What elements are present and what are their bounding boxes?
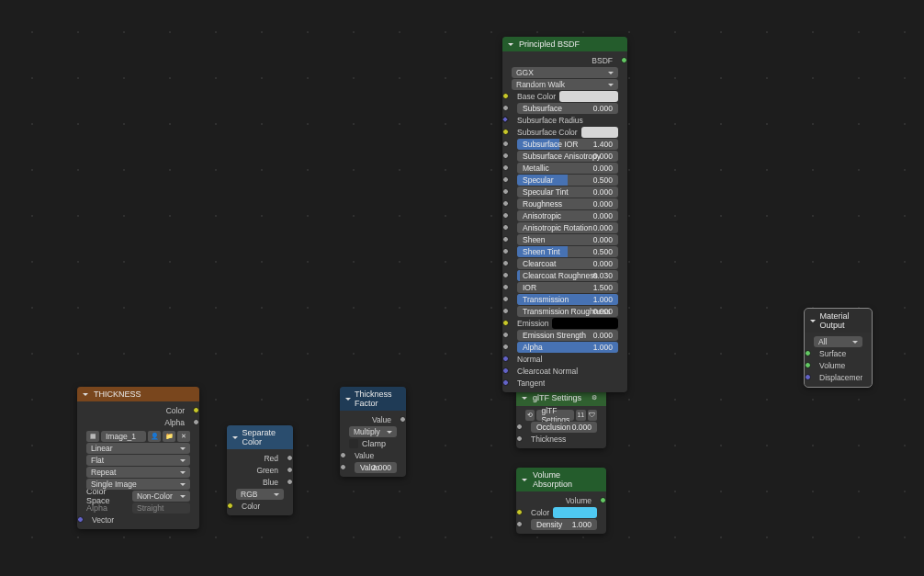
color-swatch[interactable]: [553, 507, 597, 518]
socket-in-density[interactable]: [516, 521, 523, 527]
socket-out-alpha[interactable]: [193, 419, 199, 425]
distribution-select[interactable]: GGX: [512, 67, 618, 78]
node-header[interactable]: Volume Absorption: [516, 468, 606, 491]
socket-in[interactable]: [502, 272, 509, 278]
collapse-chevron-icon[interactable]: [508, 40, 515, 48]
image-name-field[interactable]: Image_1: [101, 431, 146, 442]
value-slider[interactable]: Transmission1.000: [517, 294, 618, 305]
socket-in[interactable]: [502, 188, 509, 195]
interpolation-select[interactable]: Linear: [86, 443, 190, 454]
socket-in[interactable]: [502, 200, 509, 207]
value-slider[interactable]: Sheen Tint0.500: [517, 246, 618, 257]
socket-in[interactable]: [501, 116, 509, 123]
color-swatch[interactable]: [581, 127, 618, 138]
socket-in-displacement[interactable]: [805, 374, 811, 380]
node-material-output[interactable]: Material Output All Surface Volume Displ…: [805, 309, 872, 387]
socket-in-value-a[interactable]: [340, 452, 346, 458]
image-browse-icon[interactable]: ▦: [86, 431, 99, 442]
extension-select[interactable]: Repeat: [86, 467, 190, 478]
socket-in-normal[interactable]: [502, 356, 509, 362]
socket-in-cc-normal[interactable]: [502, 367, 509, 374]
emission-strength-slider[interactable]: Emission Strength 0.000: [517, 330, 618, 341]
collapse-chevron-icon[interactable]: [232, 434, 239, 441]
value-b-slider[interactable]: Value 2.000: [355, 462, 397, 473]
socket-in[interactable]: [502, 164, 509, 171]
socket-row-metallic[interactable]: Metallic0.000: [506, 162, 624, 174]
socket-row-anisotropic[interactable]: Anisotropic0.000: [506, 209, 624, 221]
operation-select[interactable]: Multiply: [349, 426, 397, 437]
socket-row-clearcoat[interactable]: Clearcoat0.000: [506, 257, 624, 269]
socket-in-emission-strength[interactable]: [502, 332, 509, 338]
socket-row-clearcoat-roughness[interactable]: Clearcoat Roughness0.030: [506, 269, 624, 281]
socket-in[interactable]: [502, 152, 509, 159]
node-gltf-settings[interactable]: glTF Settings ⚙ ⟲ glTF Settings 11 🛡 Occ…: [516, 390, 606, 448]
socket-in-color[interactable]: [516, 509, 523, 515]
socket-in[interactable]: [502, 296, 509, 302]
node-separate-color[interactable]: Separate Color Red Green Blue RGB Color: [227, 425, 293, 515]
node-principled-bsdf[interactable]: Principled BSDF BSDF GGX Random Walk Bas…: [502, 37, 627, 392]
user-count[interactable]: 11: [576, 410, 585, 421]
socket-out-color[interactable]: [193, 407, 199, 413]
socket-in-surface[interactable]: [805, 350, 811, 356]
node-header[interactable]: THICKNESS: [77, 387, 199, 401]
node-header[interactable]: Thickness Factor: [340, 387, 406, 411]
socket-in-basecolor[interactable]: [502, 93, 509, 99]
socket-row-roughness[interactable]: Roughness0.000: [506, 198, 624, 209]
value-slider[interactable]: Specular0.500: [517, 175, 618, 186]
socket-row-sheen-tint[interactable]: Sheen Tint0.500: [506, 245, 624, 257]
nodegroup-browse-icon[interactable]: ⟲: [525, 410, 535, 421]
unlink-icon[interactable]: ✕: [177, 431, 190, 442]
socket-in[interactable]: [502, 284, 509, 290]
value-slider[interactable]: Roughness0.000: [517, 198, 618, 209]
socket-in-tangent[interactable]: [502, 379, 509, 386]
socket-out-green[interactable]: [287, 467, 293, 473]
socket-out-blue[interactable]: [287, 479, 293, 485]
socket-row-subsurface-anisotropy[interactable]: Subsurface Anisotropy0.000: [506, 150, 624, 162]
value-slider[interactable]: Subsurface Anisotropy0.000: [517, 151, 618, 162]
collapse-chevron-icon[interactable]: [522, 476, 529, 483]
value-slider[interactable]: Specular Tint0.000: [517, 186, 618, 198]
node-thickness-factor[interactable]: Thickness Factor Value Multiply Clamp Va…: [340, 387, 406, 477]
node-header[interactable]: Separate Color: [227, 425, 293, 449]
open-image-icon[interactable]: 📁: [163, 431, 175, 442]
socket-in-occlusion[interactable]: [516, 424, 523, 430]
socket-out-red[interactable]: [287, 455, 293, 461]
value-slider[interactable]: Sheen0.000: [517, 234, 618, 245]
socket-row-subsurface-radius[interactable]: Subsurface Radius: [506, 114, 624, 126]
nodegroup-name-field[interactable]: glTF Settings: [536, 410, 574, 421]
socket-in-emission[interactable]: [502, 320, 509, 326]
socket-row-specular-tint[interactable]: Specular Tint0.000: [506, 186, 624, 198]
socket-row-transmission-roughness[interactable]: Transmission Roughness0.000: [506, 305, 624, 317]
socket-in[interactable]: [502, 236, 509, 243]
socket-in-color[interactable]: [227, 503, 233, 509]
socket-row-transmission[interactable]: Transmission1.000: [506, 293, 624, 305]
projection-select[interactable]: Flat: [86, 455, 190, 466]
socket-row-subsurface-color[interactable]: Subsurface Color: [506, 126, 624, 138]
density-slider[interactable]: Density 1.000: [531, 519, 597, 530]
socket-in[interactable]: [502, 212, 509, 219]
node-volume-absorption[interactable]: Volume Absorption Volume Color Density 1…: [516, 468, 606, 534]
clamp-checkbox[interactable]: [349, 439, 358, 448]
node-thickness-image[interactable]: THICKNESS Color Alpha ▦ Image_1 👤 📁 ✕ Li…: [77, 387, 199, 529]
value-slider[interactable]: Subsurface0.000: [517, 103, 618, 114]
occlusion-slider[interactable]: Occlusion 0.000: [531, 422, 597, 433]
value-slider[interactable]: Clearcoat Roughness0.030: [517, 270, 618, 281]
socket-row-anisotropic-rotation[interactable]: Anisotropic Rotation0.000: [506, 221, 624, 233]
socket-out-bsdf[interactable]: [621, 57, 627, 63]
socket-in-vector[interactable]: [77, 516, 84, 523]
socket-in-value-b[interactable]: [340, 464, 346, 470]
collapse-chevron-icon[interactable]: [810, 317, 817, 324]
colorspace-select[interactable]: Non-Color: [132, 491, 190, 502]
value-slider[interactable]: Clearcoat0.000: [517, 258, 618, 269]
emission-swatch[interactable]: [552, 318, 618, 329]
basecolor-swatch[interactable]: [559, 91, 618, 102]
group-icon[interactable]: ⚙: [588, 392, 601, 403]
socket-in-alpha[interactable]: [502, 344, 509, 350]
socket-row-subsurface[interactable]: Subsurface0.000: [506, 102, 624, 114]
socket-out-volume[interactable]: [600, 497, 606, 503]
socket-row-ior[interactable]: IOR1.500: [506, 281, 624, 293]
fake-user-icon[interactable]: 🛡: [588, 410, 597, 421]
socket-in[interactable]: [502, 176, 509, 183]
value-slider[interactable]: Subsurface IOR1.400: [517, 139, 618, 150]
socket-row-subsurface-ior[interactable]: Subsurface IOR1.400: [506, 138, 624, 150]
